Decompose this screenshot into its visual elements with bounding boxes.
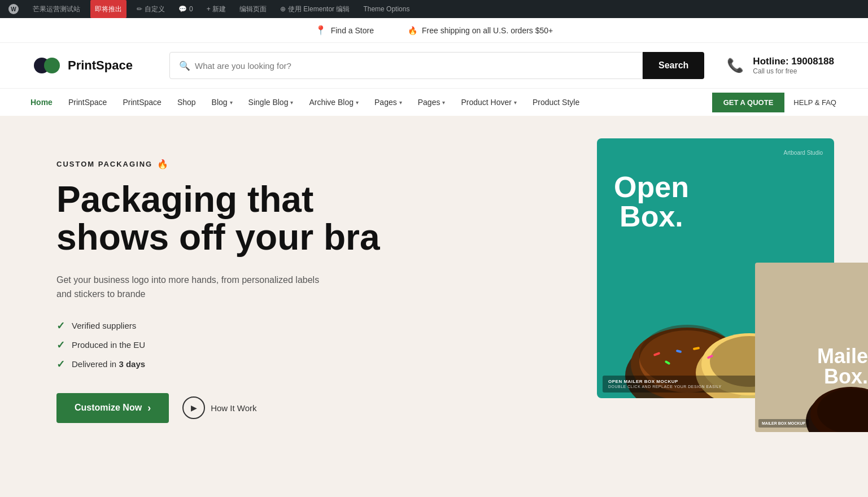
hero-tag: CUSTOM PACKAGING 🔥: [56, 159, 395, 169]
site-header: PrintSpace 🔍 Search 📞 Hotline: 19008188 …: [0, 43, 868, 88]
chevron-down-icon: ▾: [514, 99, 517, 106]
chevron-down-icon: ▾: [356, 99, 359, 106]
help-faq-button[interactable]: HELP & FAQ: [784, 93, 845, 112]
hero-description: Get your business logo into more hands, …: [56, 273, 328, 302]
hero-actions: Customize Now › ▶ How It Work: [56, 393, 395, 423]
nav-item-shop[interactable]: Shop: [169, 89, 204, 116]
check-label-1: Verified suppliers: [72, 321, 136, 330]
check-icon-2: ✓: [56, 339, 65, 351]
get-quote-button[interactable]: GET A QUOTE: [712, 93, 785, 112]
admin-bar-site-name[interactable]: 芒果运营测试站: [29, 0, 84, 18]
mailer-box-mockup: MaileBox. MAILER BOX MOCKUP: [755, 263, 868, 432]
box-visual: Artboard Studio OpenBox.: [484, 127, 868, 455]
check-label-3: Delivered in 3 days: [72, 359, 145, 369]
admin-bar-wp[interactable]: W: [5, 0, 23, 18]
nav-item-blog[interactable]: Blog ▾: [204, 89, 241, 116]
admin-bar-customize[interactable]: ✏ 自定义: [133, 0, 168, 18]
chevron-down-icon: ▾: [230, 99, 233, 106]
fire-icon: 🔥: [157, 159, 169, 169]
nav-item-printspace2[interactable]: PrintSpace: [115, 89, 169, 116]
admin-bar-edit[interactable]: 编辑页面: [236, 0, 270, 18]
logo-text: PrintSpace: [68, 58, 133, 73]
hotline-block: Hotline: 19008188 Call us for free: [753, 56, 834, 75]
top-banner: 📍 Find a Store 🔥 Free shipping on all U.…: [0, 18, 868, 43]
check-item-2: ✓ Produced in the EU: [56, 339, 395, 351]
hero-checklist: ✓ Verified suppliers ✓ Produced in the E…: [56, 320, 395, 370]
find-store-banner[interactable]: 📍 Find a Store: [315, 25, 374, 36]
play-icon: ▶: [182, 396, 205, 419]
hero-title: Packaging that shows off your bra: [56, 181, 395, 256]
fire-icon: 🔥: [408, 26, 417, 35]
nav-item-product-hover[interactable]: Product Hover ▾: [453, 89, 524, 116]
nav-item-pages1[interactable]: Pages ▾: [367, 89, 410, 116]
hero-image: Artboard Studio OpenBox.: [484, 127, 868, 455]
open-box-text: OpenBox.: [614, 172, 689, 231]
chevron-down-icon: ▾: [399, 99, 402, 106]
svg-text:W: W: [11, 6, 16, 12]
check-item-1: ✓ Verified suppliers: [56, 320, 395, 332]
hotline-sub: Call us for free: [753, 67, 834, 75]
check-icon-3: ✓: [56, 358, 65, 370]
phone-icon: 📞: [727, 58, 744, 73]
how-it-work-button[interactable]: ▶ How It Work: [182, 396, 256, 419]
logo-circles: [34, 58, 60, 73]
search-button[interactable]: Search: [643, 52, 704, 79]
check-item-3: ✓ Delivered in 3 days: [56, 358, 395, 370]
check-icon-1: ✓: [56, 320, 65, 332]
main-nav: Home PrintSpace PrintSpace Shop Blog ▾ S…: [0, 88, 868, 116]
nav-item-product-style[interactable]: Product Style: [525, 89, 587, 116]
admin-bar-new[interactable]: + 新建: [203, 0, 229, 18]
nav-right: GET A QUOTE HELP & FAQ: [712, 93, 845, 112]
nav-item-pages2[interactable]: Pages ▾: [410, 89, 453, 116]
nav-item-home[interactable]: Home: [23, 89, 60, 116]
logo-circle-green: [44, 58, 60, 73]
search-input-wrap: 🔍: [169, 52, 643, 79]
logo[interactable]: PrintSpace: [34, 58, 158, 73]
admin-bar: W 芒果运营测试站 即将推出 ✏ 自定义 💬 0 + 新建 编辑页面 ⊕ 使用 …: [0, 0, 868, 18]
check-label-2: Produced in the EU: [72, 340, 145, 350]
header-right: 📞 Hotline: 19008188 Call us for free: [727, 56, 834, 75]
location-icon: 📍: [315, 25, 326, 36]
admin-bar-elementor[interactable]: ⊕ 使用 Elementor 编辑: [277, 0, 353, 18]
hero-section: CUSTOM PACKAGING 🔥 Packaging that shows …: [0, 116, 868, 466]
admin-bar-theme[interactable]: Theme Options: [360, 0, 413, 18]
nav-item-printspace1[interactable]: PrintSpace: [60, 89, 115, 116]
customize-now-button[interactable]: Customize Now ›: [56, 393, 169, 423]
arrow-icon: ›: [147, 402, 151, 414]
hotline-number: Hotline: 19008188: [753, 56, 834, 67]
nav-item-single-blog[interactable]: Single Blog ▾: [241, 89, 302, 116]
hero-content: CUSTOM PACKAGING 🔥 Packaging that shows …: [56, 159, 395, 423]
search-input[interactable]: [195, 61, 633, 71]
admin-bar-comments[interactable]: 💬 0: [175, 0, 197, 18]
search-area: 🔍 Search: [169, 52, 704, 79]
mailer-box-badge: MAILER BOX MOCKUP: [758, 419, 809, 428]
artboard-label: Artboard Studio: [784, 150, 823, 156]
nav-item-archive-blog[interactable]: Archive Blog ▾: [301, 89, 367, 116]
admin-bar-status[interactable]: 即将推出: [90, 0, 127, 18]
chevron-down-icon: ▾: [442, 99, 445, 106]
search-icon: 🔍: [179, 60, 190, 71]
shipping-banner: 🔥 Free shipping on all U.S. orders $50+: [408, 26, 553, 35]
chevron-down-icon: ▾: [290, 99, 293, 106]
